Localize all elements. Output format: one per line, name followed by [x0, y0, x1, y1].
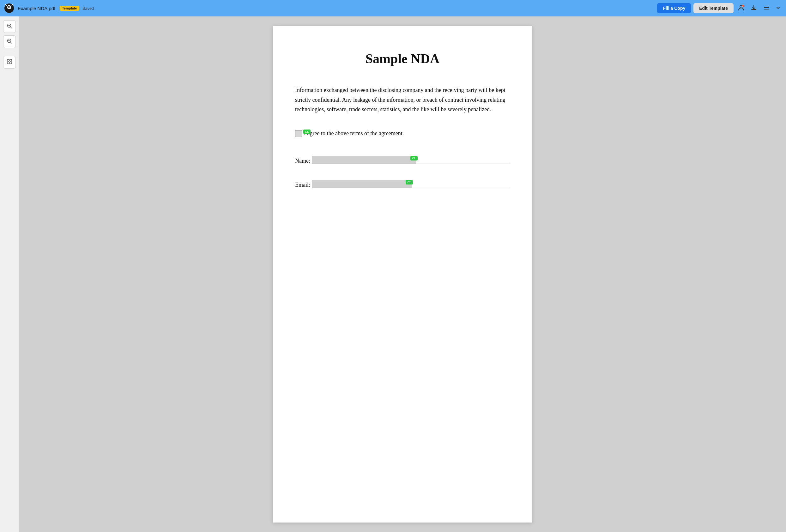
svg-rect-23 [7, 62, 9, 64]
menu-button[interactable] [761, 2, 771, 14]
zoom-in-icon [7, 23, 12, 30]
svg-line-17 [10, 27, 12, 28]
document-page: Sample NDA Information exchanged between… [273, 26, 532, 523]
svg-point-1 [7, 5, 11, 9]
user-icon: + [738, 4, 744, 12]
svg-point-6 [5, 4, 6, 5]
document-heading: Sample NDA [295, 51, 510, 66]
download-button[interactable] [749, 2, 759, 14]
zoom-out-icon [7, 38, 12, 45]
agreement-checkbox[interactable] [295, 130, 302, 137]
chevron-down-icon [776, 5, 780, 12]
app-logo [4, 3, 15, 14]
email-field-row: Email: CL [295, 180, 510, 188]
fill-copy-button[interactable]: Fill a Copy [657, 3, 691, 13]
svg-line-20 [10, 42, 12, 44]
toolbar-separator [4, 52, 15, 52]
user-icon-button[interactable]: + [736, 2, 746, 14]
download-icon [750, 4, 757, 12]
svg-point-2 [8, 6, 9, 7]
topbar-actions: Fill a Copy Edit Template + [657, 2, 782, 14]
document-area: Sample NDA Information exchanged between… [19, 17, 786, 532]
main-layout: Sample NDA Information exchanged between… [0, 17, 786, 532]
grid-icon [7, 59, 12, 66]
topbar: Example NDA.pdf Template Saved Fill a Co… [0, 0, 786, 17]
email-label: Email: [295, 182, 310, 188]
svg-rect-22 [10, 60, 12, 61]
zoom-out-button[interactable] [3, 36, 16, 48]
checkbox-cl-badge: CL [303, 130, 310, 134]
zoom-in-button[interactable] [3, 20, 16, 33]
edit-template-button[interactable]: Edit Template [693, 3, 734, 13]
svg-point-3 [9, 6, 10, 7]
left-toolbar [0, 17, 19, 532]
checkbox-row: CL I agree to the above terms of the agr… [295, 130, 510, 137]
chevron-down-button[interactable] [774, 3, 782, 14]
template-badge: Template [60, 6, 79, 11]
checkbox-label: I agree to the above terms of the agreem… [304, 130, 404, 137]
hamburger-icon [763, 4, 769, 12]
name-field-row: Name: CL [295, 156, 510, 164]
name-label: Name: [295, 158, 310, 164]
saved-status: Saved [83, 6, 94, 11]
svg-rect-24 [10, 62, 12, 64]
grid-view-button[interactable] [3, 56, 16, 69]
document-body-text: Information exchanged between the disclo… [295, 85, 510, 114]
svg-point-7 [12, 4, 13, 5]
email-cl-badge: CL [406, 180, 413, 185]
document-title: Example NDA.pdf [18, 6, 55, 11]
svg-text:+: + [742, 5, 743, 7]
name-cl-badge: CL [410, 156, 418, 161]
svg-rect-21 [7, 60, 9, 61]
